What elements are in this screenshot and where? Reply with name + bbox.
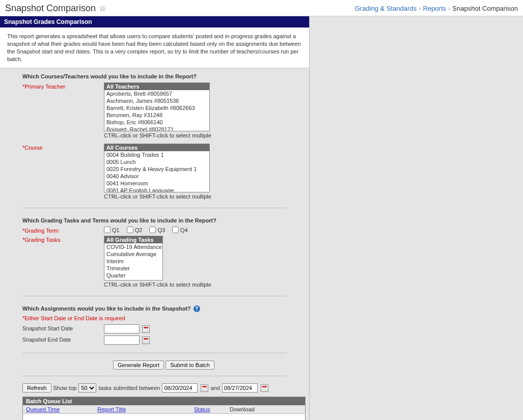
page-title: Snapshot Comparison ☆: [5, 3, 106, 14]
col-report-title[interactable]: Report Title: [94, 405, 191, 413]
list-item[interactable]: All Grading Tasks: [104, 236, 162, 243]
list-item[interactable]: 0041 Homeroom: [104, 180, 209, 187]
filter-date-start-input[interactable]: [162, 383, 198, 393]
between-label: tasks submitted between: [98, 385, 160, 391]
snapshot-end-input[interactable]: [104, 335, 140, 345]
list-item[interactable]: 0005 Lunch: [104, 158, 209, 165]
grading-tasks-label: *Grading Tasks: [22, 236, 104, 243]
calendar-icon[interactable]: [142, 325, 150, 333]
breadcrumb-l2[interactable]: Reports: [423, 5, 446, 12]
list-item[interactable]: All Courses: [104, 144, 209, 151]
divider: [22, 353, 287, 353]
intro-text: This report generates a spreadsheet that…: [0, 27, 309, 68]
divider: [22, 208, 287, 208]
list-item[interactable]: Boisvert, Rachel #8028171: [104, 126, 209, 131]
course-listbox[interactable]: All Courses 0004 Building Trades 1 0005 …: [104, 144, 210, 192]
snapshot-end-label: Snapshot End Date: [22, 335, 104, 343]
page-title-text: Snapshot Comparison: [5, 3, 96, 14]
list-item[interactable]: Final Exam: [104, 279, 162, 281]
col-download: Download: [227, 405, 305, 413]
grading-tasks-listbox[interactable]: All Grading Tasks COVID-19 Attendance Cu…: [104, 236, 163, 281]
snapshot-start-input[interactable]: [104, 324, 140, 333]
multi-select-hint: CTRL-click or SHIFT-click to select mult…: [104, 282, 287, 288]
star-icon[interactable]: ☆: [99, 4, 106, 13]
calendar-icon[interactable]: [201, 384, 208, 392]
section1-heading: Which Courses/Teachers would you like to…: [22, 73, 287, 79]
chevron-right-icon: ›: [448, 5, 450, 12]
batch-queue-table: Batch Queue List Queued Time Report Titl…: [22, 397, 306, 420]
batch-queue-body: [23, 414, 305, 420]
multi-select-hint: CTRL-click or SHIFT-click to select mult…: [104, 193, 287, 200]
show-top-label: Show top: [53, 385, 77, 391]
list-item[interactable]: Quarter: [104, 272, 162, 279]
list-item[interactable]: COVID-19 Attendance: [104, 243, 162, 250]
section3-heading: Which Assignments would you like to incl…: [22, 305, 287, 312]
list-item[interactable]: 0004 Building Trades 1: [104, 151, 209, 158]
panel-title-bar: Snapshot Grades Comparison: [0, 16, 309, 27]
calendar-icon[interactable]: [142, 337, 150, 344]
term-q3-checkbox[interactable]: Q3: [149, 227, 165, 233]
section2-heading: Which Grading Tasks and Terms would you …: [22, 217, 287, 223]
list-item[interactable]: Interim: [104, 258, 162, 265]
grading-term-checkboxes: Q1 Q2 Q3 Q4: [104, 227, 287, 233]
breadcrumb-l1[interactable]: Grading & Standards: [355, 5, 417, 12]
list-item[interactable]: All Teachers: [104, 83, 209, 90]
chevron-right-icon: ›: [419, 5, 421, 12]
generate-report-button[interactable]: Generate Report: [113, 360, 164, 370]
list-item[interactable]: Aschmann, James #8051536: [104, 97, 209, 104]
list-item[interactable]: Bishop, Eric #8066140: [104, 119, 209, 126]
list-item[interactable]: Trimester: [104, 265, 162, 272]
term-q4-checkbox[interactable]: Q4: [172, 227, 188, 233]
submit-to-batch-button[interactable]: Submit to Batch: [166, 360, 214, 370]
primary-teacher-label: *Primary Teacher: [22, 82, 104, 90]
primary-teacher-listbox[interactable]: All Teachers Aproberts, Brett #8059657 A…: [104, 82, 210, 131]
list-item[interactable]: 0020 Forestry & Heavy Equipment 1: [104, 165, 209, 173]
help-icon[interactable]: ?: [194, 305, 200, 312]
term-q2-checkbox[interactable]: Q2: [127, 227, 143, 233]
list-item[interactable]: 0040 Advisor: [104, 173, 209, 180]
refresh-button[interactable]: Refresh: [22, 383, 51, 393]
and-label: and: [210, 385, 219, 391]
list-item[interactable]: Aproberts, Brett #8059657: [104, 90, 209, 97]
grading-term-label: *Grading Term: [22, 227, 104, 234]
term-q1-checkbox[interactable]: Q1: [104, 227, 120, 233]
date-required-note: *Either Start Date or End Date is requir…: [22, 315, 287, 321]
col-status[interactable]: Status: [191, 405, 227, 413]
filter-date-end-input[interactable]: [222, 383, 258, 393]
list-item[interactable]: Barrett, Kristen Elizabeth #8062663: [104, 104, 209, 111]
show-top-select[interactable]: 50: [78, 383, 96, 393]
breadcrumb-l3: Snapshot Comparison: [452, 5, 518, 12]
col-queued-time[interactable]: Queued Time: [23, 405, 94, 413]
snapshot-start-label: Snapshot Start Date: [22, 324, 104, 331]
course-label: *Course: [22, 144, 104, 151]
multi-select-hint: CTRL-click or SHIFT-click to select mult…: [104, 132, 287, 138]
breadcrumb: Grading & Standards › Reports › Snapshot…: [355, 5, 518, 12]
calendar-icon[interactable]: [261, 384, 268, 392]
list-item[interactable]: 0081 AP English Language: [104, 187, 209, 192]
batch-queue-title: Batch Queue List: [23, 397, 305, 405]
list-item[interactable]: Cumulative Average: [104, 250, 162, 258]
divider: [22, 296, 287, 296]
list-item[interactable]: Berumen, Ray #31248: [104, 111, 209, 119]
divider: [22, 376, 287, 376]
